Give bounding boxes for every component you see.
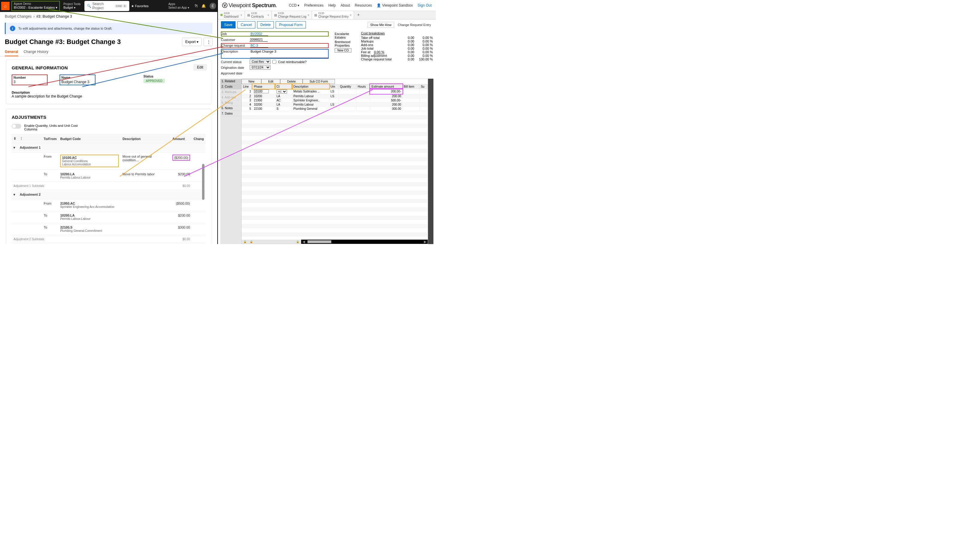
close-icon[interactable]: × [308, 13, 309, 17]
close-icon[interactable]: × [267, 13, 269, 17]
hscroll[interactable]: 🔒🔒🔒 ◀ ▶ [242, 240, 428, 244]
tab-general[interactable]: General [5, 48, 18, 56]
cr-value[interactable]: BC-3 [250, 44, 268, 48]
sidenav-item[interactable]: 5. Billing [220, 100, 241, 106]
scroll-right-icon[interactable]: ▶ [422, 240, 428, 244]
phase-cell[interactable]: 10200 [252, 94, 275, 98]
new-co-button[interactable]: New CO [335, 48, 351, 53]
grid-btn-delete[interactable]: Delete [280, 79, 303, 84]
sidenav-item[interactable]: 6. Notes [220, 106, 241, 111]
ccd-dropdown[interactable]: CCD ▾ [289, 3, 299, 7]
status-label-vp: Current status [221, 60, 248, 64]
ct-select[interactable]: AC [277, 90, 287, 93]
toggle-qty-columns[interactable] [12, 124, 21, 128]
ct-cell[interactable]: LA [275, 102, 292, 107]
proposal-button[interactable]: Proposal Form [275, 21, 306, 28]
tab-change-history[interactable]: Change History [23, 48, 48, 56]
line-cell: 4 [242, 102, 253, 107]
bell-icon[interactable]: 🔔 [202, 4, 206, 8]
save-button[interactable]: Save [221, 21, 235, 28]
show-me-how[interactable]: Show Me How [367, 22, 394, 28]
expand-icon[interactable]: ▾ [12, 143, 18, 152]
project-label: Agave Demo [14, 2, 57, 6]
grid-btn-new[interactable]: New [242, 79, 261, 84]
grid-col: Bill item [402, 84, 420, 89]
code-cell: 10200.LAPermits Labour.Labour [58, 170, 121, 182]
sidenav-item[interactable]: 3. Markups [220, 90, 241, 95]
status-select[interactable]: Cost Rev [250, 60, 270, 64]
chevron-right-icon: › [33, 14, 34, 18]
export-button[interactable]: Export ▾ [182, 38, 202, 46]
kebab-menu-icon[interactable]: ⋮ [204, 38, 212, 46]
breadcrumb-current: #3: Budget Change 3 [36, 14, 72, 18]
col-menu[interactable]: ⋮ [18, 134, 42, 143]
vp-tab[interactable]: ▤CCDChange Request Log× [272, 11, 312, 19]
desc-cell: Permits Labour [292, 94, 329, 98]
customer-value[interactable]: 3398021 [250, 38, 267, 42]
breakdown-amount: 0.00 [399, 36, 414, 40]
project-dropdown[interactable]: Agave Demo BV2002 - Escalante Estates ▾ [12, 1, 60, 11]
grid-btn-edit[interactable]: Edit [261, 79, 280, 84]
kbd-k: K [123, 4, 127, 8]
info-icon: i [10, 26, 15, 31]
breadcrumb-root[interactable]: Budget Changes [5, 14, 32, 18]
breakdown-amount: 0.00 [399, 40, 414, 43]
tools-dropdown[interactable]: Project Tools Budget ▾ [62, 2, 83, 10]
ct-cell[interactable]: AC [275, 89, 292, 94]
sidenav-item[interactable]: 4. Add-ons [220, 95, 241, 100]
expand-icon[interactable]: ▾ [12, 190, 18, 199]
scroll-left-icon[interactable]: ◀ [301, 240, 306, 244]
nav-preferences[interactable]: Preferences [304, 3, 324, 7]
orig-date-select[interactable]: 07/11/24 [250, 65, 270, 70]
ct-cell[interactable]: AC [275, 98, 292, 102]
vp-tab[interactable]: CCDDashboard× [218, 11, 245, 19]
nav-help[interactable]: Help [328, 3, 336, 7]
toggle-label: Enable Quantity, Units and Unit Cost Col… [24, 124, 78, 131]
new-tab-button[interactable]: + [354, 11, 362, 19]
phase-cell[interactable]: 22100 [252, 107, 275, 111]
phase-cell[interactable]: 21950 [252, 98, 275, 102]
grid-btn-sub-co-form[interactable]: Sub CO Form [303, 79, 335, 84]
nav-sandbox[interactable]: 👤 Viewpoint Sandbox [377, 3, 413, 7]
breakdown-pct: 100.00 % [417, 57, 433, 61]
vp-tab[interactable]: ▤CCDChange Request Entry× [312, 11, 354, 19]
phase-cell[interactable] [252, 89, 275, 94]
desc-value[interactable]: Budget Change 3 [250, 50, 328, 58]
phase-input[interactable] [254, 90, 269, 93]
help-icon[interactable]: ?⃝ [195, 4, 198, 8]
desc-cell: Move out of general condition… [121, 152, 170, 170]
page-crumb: Change Request Entry [396, 23, 433, 27]
vp-logo: ⓥ Viewpoint Spectrum. [222, 2, 277, 9]
cancel-button[interactable]: Cancel [237, 21, 255, 28]
desc-cell: Sprinkler Engineer.. [292, 98, 329, 102]
home-icon[interactable]: ⌂ [1, 2, 10, 10]
close-icon[interactable]: × [240, 13, 242, 17]
cost-reimb-checkbox[interactable] [272, 60, 276, 64]
col-collapse[interactable]: ⇕ [12, 134, 18, 143]
nav-signout[interactable]: Sign Out [417, 3, 432, 7]
nav-resources[interactable]: Resources [355, 3, 372, 7]
edit-button[interactable]: Edit [194, 64, 207, 71]
ct-cell[interactable]: S [275, 107, 292, 111]
scrollbar[interactable] [202, 164, 204, 200]
ct-cell[interactable]: LA [275, 94, 292, 98]
close-icon[interactable]: × [350, 13, 352, 17]
phase-cell[interactable]: 10200 [252, 102, 275, 107]
favorites-link[interactable]: ★ Favorites [131, 4, 149, 8]
line-cell: 2 [242, 94, 253, 98]
job-value[interactable]: BV2002 [250, 32, 268, 36]
sidenav-item[interactable]: 1. Related [220, 79, 241, 84]
apps-dropdown[interactable]: Apps Select an App ▾ [168, 2, 189, 10]
search-input[interactable]: 🔍 Search Project Cmd K [84, 1, 129, 11]
sidenav-item[interactable]: 2. Costs [220, 84, 241, 90]
avatar[interactable]: E [210, 3, 216, 9]
vp-tab[interactable]: ▤CCDContracts× [245, 11, 272, 19]
scroll-thumb[interactable] [307, 240, 331, 243]
number-value: 3 [13, 80, 46, 84]
vp-sidenav: 1. Related2. Costs3. Markups4. Add-ons5.… [220, 79, 241, 244]
subtotal-label: Adjustment 1 Subtotals [12, 182, 170, 190]
delete-button[interactable]: Delete [257, 21, 274, 28]
nav-about[interactable]: About [341, 3, 350, 7]
sidenav-item[interactable]: 7. Dates [220, 111, 241, 117]
line-cell: 3 [242, 98, 253, 102]
